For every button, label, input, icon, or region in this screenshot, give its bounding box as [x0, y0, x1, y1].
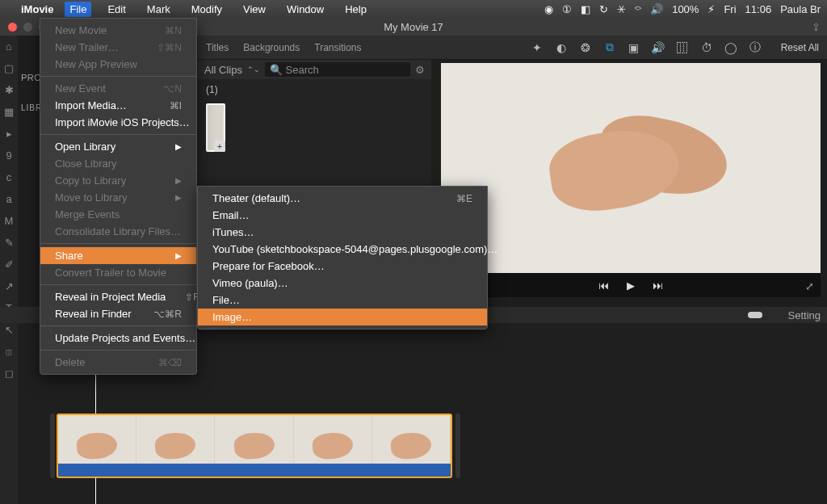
- time-text[interactable]: 11:06: [745, 3, 772, 15]
- next-button[interactable]: ⏭: [653, 279, 663, 292]
- bluetooth-icon[interactable]: ⚹: [617, 2, 626, 15]
- menu-edit[interactable]: Edit: [103, 2, 130, 17]
- left-tool-rail: ⌂ ▢ ✱ ▦ ▸ 9 c a M ✎ ✐ ↗ T ↖ ⎅ ◻: [0, 36, 18, 504]
- timemachine-icon[interactable]: ↻: [599, 3, 608, 15]
- gear-icon[interactable]: ⚙: [415, 64, 425, 76]
- zoom-slider[interactable]: [748, 312, 762, 318]
- letter-c-icon[interactable]: c: [6, 171, 12, 183]
- mac-menubar: iMovie FileEditMarkModifyViewWindowHelp …: [0, 0, 827, 18]
- minimize-button[interactable]: [23, 23, 32, 32]
- letter-a-icon[interactable]: a: [6, 193, 11, 205]
- user-text[interactable]: Paula Br: [780, 3, 821, 15]
- bracket-icon[interactable]: ⎅: [6, 346, 12, 358]
- file-menu-item: New Trailer…⇧⌘N: [40, 39, 196, 56]
- dropdown-chevron-icon[interactable]: ⌃⌄: [247, 65, 260, 74]
- crop-tool-icon[interactable]: ▢: [4, 62, 14, 74]
- file-menu-item: New Event⌥N: [40, 80, 196, 97]
- tab-transitions[interactable]: Transitions: [314, 42, 361, 53]
- menu-help[interactable]: Help: [340, 2, 372, 17]
- letter-m-icon[interactable]: M: [5, 215, 14, 227]
- info-icon[interactable]: ⓘ: [749, 41, 762, 54]
- file-menu-item: Move to Library▶: [40, 189, 196, 206]
- play-button[interactable]: ▶: [627, 279, 635, 292]
- day-text[interactable]: Fri: [724, 3, 736, 15]
- brightness-icon[interactable]: ✱: [5, 84, 14, 96]
- menu-file[interactable]: File: [65, 2, 91, 17]
- battery-text[interactable]: 100%: [672, 3, 699, 15]
- add-clip-icon[interactable]: +: [214, 141, 225, 152]
- timeline-settings[interactable]: Setting: [788, 309, 821, 321]
- crop-icon[interactable]: ⧉: [603, 41, 616, 54]
- transport-controls: ⏮ ▶ ⏭ ⤢: [441, 273, 821, 297]
- menu-modify[interactable]: Modify: [187, 2, 227, 17]
- share-menu-item[interactable]: Email…: [198, 207, 487, 224]
- file-menu-item: Copy to Library▶: [40, 172, 196, 189]
- noise-icon[interactable]: ⿲: [676, 41, 689, 54]
- menu-view[interactable]: View: [238, 2, 271, 17]
- triangle-icon[interactable]: ▸: [6, 128, 12, 140]
- arrow-icon[interactable]: ↖: [5, 324, 14, 336]
- prev-button[interactable]: ⏮: [598, 279, 609, 292]
- timeline-clip[interactable]: [57, 414, 452, 478]
- file-menu-item: New Movie⌘N: [40, 22, 196, 39]
- volume-icon[interactable]: 🔊: [650, 3, 663, 15]
- allclips-dropdown[interactable]: All Clips: [204, 64, 242, 76]
- share-menu-item[interactable]: YouTube (sketchbookspace-5044@pages.plus…: [198, 241, 487, 258]
- app-name[interactable]: iMovie: [21, 3, 53, 15]
- audio-waveform[interactable]: [58, 464, 451, 477]
- share-menu-item[interactable]: Vimeo (paula)…: [198, 275, 487, 292]
- file-menu-item[interactable]: Reveal in Finder⌥⌘R: [40, 305, 196, 322]
- tab-backgrounds[interactable]: Backgrounds: [243, 42, 300, 53]
- share-submenu: Theater (default)…⌘EEmail…iTunes…YouTube…: [197, 186, 488, 330]
- home-icon[interactable]: ⌂: [6, 40, 12, 52]
- fullscreen-icon[interactable]: ⤢: [805, 280, 814, 292]
- share-menu-item[interactable]: iTunes…: [198, 224, 487, 241]
- menu-mark[interactable]: Mark: [142, 2, 175, 17]
- clip-handle-right[interactable]: [455, 414, 460, 478]
- file-menu-item[interactable]: Share▶: [40, 247, 196, 264]
- file-menu-item: Merge Events: [40, 206, 196, 223]
- notification-icon[interactable]: ◧: [581, 3, 590, 15]
- brush-icon[interactable]: ✐: [5, 258, 14, 271]
- volume-adjust-icon[interactable]: 🔊: [652, 41, 665, 54]
- reset-all-button[interactable]: Reset All: [781, 42, 819, 53]
- shape-icon[interactable]: ◻: [5, 368, 14, 380]
- wand-icon[interactable]: ↗: [5, 280, 14, 292]
- number-icon[interactable]: 9: [6, 149, 11, 162]
- wifi-icon[interactable]: ⌔: [635, 3, 641, 15]
- clip-thumbnail[interactable]: +: [206, 103, 225, 152]
- file-menu-item[interactable]: Update Projects and Events…: [40, 330, 196, 346]
- window-title: My Movie 17: [384, 21, 443, 33]
- file-menu-item[interactable]: Import iMovie iOS Projects…: [40, 114, 196, 131]
- grid-icon[interactable]: ▦: [4, 106, 14, 118]
- enhance-icon[interactable]: ✦: [531, 41, 544, 54]
- close-button[interactable]: [8, 23, 17, 32]
- menu-window[interactable]: Window: [282, 2, 329, 17]
- filter-icon[interactable]: ◯: [724, 41, 737, 54]
- file-menu-item[interactable]: Import Media…⌘I: [40, 97, 196, 114]
- file-menu-item[interactable]: Open Library▶: [40, 138, 196, 155]
- file-menu: New Movie⌘NNew Trailer…⇧⌘NNew App Previe…: [40, 18, 197, 375]
- balance-icon[interactable]: ◐: [555, 41, 568, 54]
- clock-icon[interactable]: ①: [562, 3, 572, 15]
- search-input[interactable]: 🔍 Search: [265, 62, 410, 77]
- clip-handle-left[interactable]: [50, 414, 55, 478]
- display-icon[interactable]: ◉: [544, 3, 553, 15]
- speed-icon[interactable]: ⏱: [700, 41, 713, 54]
- submenu-arrow-icon: ▶: [156, 251, 182, 260]
- stabilize-icon[interactable]: ▣: [628, 41, 640, 54]
- browser-toolbar: Titles Backgrounds Transitions ✦ ◐ ❂ ⧉ ▣…: [198, 36, 827, 60]
- share-button-icon[interactable]: ⇪: [812, 21, 821, 33]
- viewer-canvas[interactable]: [441, 63, 821, 273]
- share-menu-item[interactable]: File…: [198, 292, 487, 309]
- search-placeholder: Search: [286, 64, 319, 76]
- tab-titles[interactable]: Titles: [206, 42, 229, 53]
- share-menu-item[interactable]: Image…: [198, 309, 487, 326]
- submenu-arrow-icon: ▶: [156, 193, 182, 202]
- search-icon: 🔍: [270, 64, 283, 76]
- share-menu-item[interactable]: Prepare for Facebook…: [198, 258, 487, 275]
- pencil-icon[interactable]: ✎: [5, 237, 14, 249]
- color-icon[interactable]: ❂: [579, 41, 592, 54]
- share-menu-item[interactable]: Theater (default)…⌘E: [198, 190, 487, 207]
- file-menu-item[interactable]: Reveal in Project Media⇧F: [40, 288, 196, 305]
